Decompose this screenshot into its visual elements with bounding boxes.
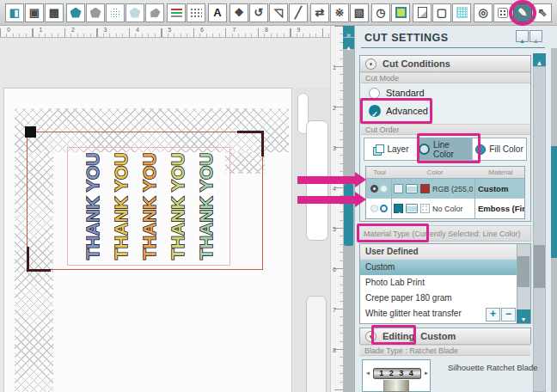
eraser-tool-button[interactable]: ※ [330,3,349,22]
remove-material-button[interactable]: − [501,308,516,322]
design-text-column[interactable]: THANK YOU [166,151,190,260]
page-flip-button[interactable] [413,3,432,22]
pattern-fill-button[interactable]: ▩ [45,3,64,22]
knife-tool-button[interactable]: ▧ [350,3,369,22]
design-text-column[interactable]: THANK YOU [81,151,105,260]
line-color-button[interactable] [167,3,186,22]
warp-pentagon-icon [149,8,161,17]
pop-out-cut-button[interactable] [493,3,512,22]
pattern-fill-icon: ▩ [49,7,59,18]
tray-flyout-tab[interactable] [306,120,328,241]
table-row[interactable]: No Color Emboss (Fine) [366,199,524,218]
tab-layer[interactable]: Layer [364,138,418,160]
list-item-group-header[interactable]: User Defined [360,244,517,260]
dial-left-arrow-icon[interactable]: ◄ [365,371,370,376]
design-text-column[interactable]: THANK YOU [194,151,218,260]
cut-checkbox[interactable] [394,184,403,193]
list-item-selected[interactable]: Custom [360,260,517,275]
tool1-radio[interactable] [370,185,378,193]
panel-pin-button[interactable] [529,30,542,42]
line-color-icon [171,8,182,17]
cut-checkbox[interactable] [394,204,403,213]
tool2-radio[interactable] [380,185,388,193]
cut-settings-button[interactable]: ✎ [513,3,532,22]
text-tool-icon: A [213,7,221,18]
editing-sublabel: Custom [420,331,456,341]
tab-fill-color[interactable]: Fill Color [472,138,526,160]
toolbar-group [167,3,205,22]
page-setup-button[interactable]: ▢ [432,3,451,22]
add-material-button[interactable]: + [486,308,500,322]
collapse-chevron-icon[interactable] [365,58,376,70]
canvas-workspace[interactable]: THANK YOUTHANK YOUTHANK YOUTHANK YOUTHAN… [0,38,330,392]
trace-pentagon-icon [130,8,141,18]
blade-preview[interactable]: ◄ 1 2 3 4 ► [362,359,431,392]
list-item[interactable]: Crepe paper 180 gram [360,291,517,306]
send-to-silhouette-icon: ⇖ [538,7,548,18]
panel-scroll-up-button[interactable] [533,53,546,66]
send-to-silhouette-button[interactable]: ⇖ [533,3,552,22]
tool2-radio[interactable] [380,205,388,212]
shadow-effect-button[interactable]: ▣ [25,3,44,22]
standard-radio-label[interactable]: Standard [386,88,425,98]
printer-icon [406,184,418,193]
scale-tool-button[interactable]: ◹ [269,3,288,22]
move-tool-button[interactable]: ❖ [230,3,248,22]
scroll-thumb[interactable] [344,184,353,246]
registration-mark-top-right-h [237,131,264,133]
mirror-tool-button[interactable]: ⇄ [310,3,329,22]
rotate-tool-button[interactable]: ↺ [249,3,268,22]
advanced-radio-label[interactable]: Advanced [386,106,428,116]
editing-header[interactable]: Editing Custom [360,328,530,345]
rhinestone-pentagon-button[interactable] [106,3,125,22]
selection-handle[interactable] [25,126,36,138]
panel-scroll-thumb[interactable] [534,245,545,288]
draw-shape-pentagon-button[interactable] [66,3,85,22]
rotate-tool-icon: ↺ [254,7,264,18]
offset-tool-button[interactable] [391,3,410,22]
collapse-panel-button[interactable] [343,26,354,37]
list-item[interactable]: Photo Lab Print [360,275,517,291]
toolbar-group: ▢ [413,3,471,22]
material-type-bar: Material Type (Currently Selected: Line … [358,225,531,242]
ruler-number: 5 [333,226,336,232]
design-text-column[interactable]: THANK YOU [109,151,133,260]
cut-conditions-group: Cut Conditions Cut Mode Standard Advance… [359,55,531,222]
design-text-column[interactable]: THANK YOU [138,151,162,260]
page-setup-icon: ▢ [437,7,447,18]
cut-conditions-header[interactable]: Cut Conditions [360,56,530,72]
ruler-number: 1 [333,64,336,70]
color-label: RGB (255,0,0) [432,185,473,193]
pixscan-tool-button[interactable]: ◷ [371,3,390,22]
shear-tool-button[interactable]: ╱ [289,3,308,22]
advanced-radio[interactable] [369,105,381,117]
text-tool-button[interactable]: A [208,3,227,22]
toolbar-groups: ◧▣▩A❖↺◹╱⇄※▧◷▢◎✎⇖ [0,0,557,26]
canvas-scrollbar[interactable] [343,26,354,392]
standard-radio[interactable] [369,88,380,99]
grid-settings-button[interactable] [452,3,471,22]
tray-flyout-tab-2[interactable] [306,296,327,392]
panel-scroll-track[interactable] [533,66,546,392]
registration-marks-button[interactable]: ◎ [474,3,493,22]
window-edge-scroll-thumb[interactable] [551,146,557,258]
tool1-radio[interactable] [370,205,378,212]
warp-pentagon-button[interactable] [145,3,164,22]
scroll-up-button[interactable] [343,38,354,49]
tab-line-color[interactable]: Line Color [418,138,472,160]
collapse-chevron-icon[interactable] [365,331,376,342]
list-scroll-down-button[interactable] [517,309,530,323]
printer-icon [406,204,418,213]
dial-right-arrow-icon[interactable]: ► [424,371,429,376]
list-scroll-thumb[interactable] [517,256,529,287]
cut-order-bar: Cut Order [361,124,530,135]
table-row[interactable]: RGB (255,0,0) Custom [366,179,524,199]
panel-dock-button[interactable] [516,30,529,42]
trace-pentagon-button[interactable] [125,3,144,22]
fill-color-button[interactable]: ◧ [5,3,24,22]
emboss-pentagon-button[interactable] [86,3,105,22]
ruler-number: 2 [333,105,336,111]
line-style-button[interactable] [187,3,205,22]
emboss-pentagon-icon [90,8,101,18]
layer-icon [373,144,383,155]
